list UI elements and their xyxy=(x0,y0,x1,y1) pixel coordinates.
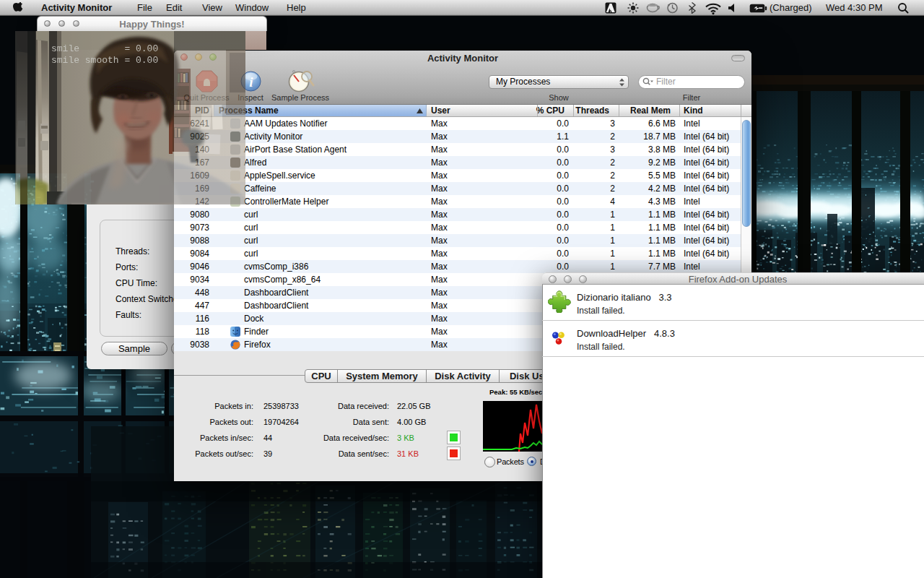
svg-text:i: i xyxy=(249,74,253,90)
